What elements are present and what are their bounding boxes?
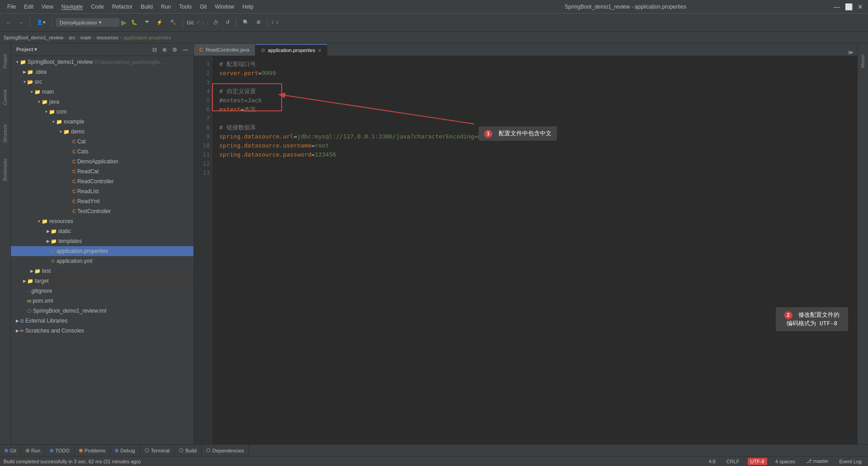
panel-tab-project[interactable]: Project <box>0 43 10 80</box>
close-button[interactable]: ✕ <box>856 3 864 11</box>
tree-item-target[interactable]: ▶ 📁 target <box>11 276 193 286</box>
git-revert-button[interactable]: ↺ <box>223 18 232 27</box>
breadcrumb-project[interactable]: SpringBoot_demo1_review <box>4 35 63 40</box>
run-config-selector[interactable]: DemoApplication ▾ <box>56 18 119 27</box>
bottom-tab-git[interactable]: Git <box>0 445 21 456</box>
menu-window[interactable]: Window <box>211 2 238 12</box>
panel-tab-structure[interactable]: Structure <box>0 116 10 152</box>
tree-item-iml[interactable]: ▶ ⬡ SpringBoot_demo1_review.iml <box>11 306 193 316</box>
bottom-tab-build[interactable]: ⬡ Build <box>175 445 201 456</box>
project-minimize-button[interactable]: — <box>181 46 190 54</box>
tree-label-java: java <box>49 99 59 105</box>
tree-item-example[interactable]: ▾ 📁 example <box>11 117 193 127</box>
project-locate-button[interactable]: ⊕ <box>160 46 169 54</box>
breadcrumb-file[interactable]: application.properties <box>124 35 171 40</box>
bottom-tab-todo[interactable]: TODO <box>45 445 75 456</box>
tree-item-main[interactable]: ▾ 📁 main <box>11 87 193 97</box>
tree-arrow-templates: ▶ <box>45 239 51 243</box>
tree-item-java[interactable]: ▾ 📁 java <box>11 97 193 107</box>
menu-navigate[interactable]: Navigate <box>58 2 86 12</box>
menu-file[interactable]: File <box>4 2 19 12</box>
annotation-badge-1: 1 <box>484 130 492 138</box>
tab-appprops-close[interactable]: ✕ <box>318 48 321 53</box>
status-git-branch[interactable]: ⎇ master <box>803 458 831 464</box>
tree-item-cat[interactable]: ▶ C Cat <box>11 137 193 147</box>
panel-tab-maven[interactable]: Maven <box>858 43 868 80</box>
menu-tools[interactable]: Tools <box>175 2 195 12</box>
tab-more-button[interactable]: ≫ <box>844 49 857 56</box>
bottom-tab-terminal[interactable]: ⬡ Terminal <box>140 445 175 456</box>
toolbar-user-button[interactable]: 👤▾ <box>34 18 48 27</box>
tree-item-appprops[interactable]: ▶ ⚙ application.properties <box>11 246 193 256</box>
breadcrumb-main[interactable]: main <box>80 35 91 40</box>
tree-item-appyml[interactable]: ▶ ⚙ application.yml <box>11 256 193 266</box>
menu-view[interactable]: View <box>38 2 57 12</box>
status-event-log[interactable]: Event Log <box>836 459 864 464</box>
minimize-button[interactable]: — <box>833 3 841 11</box>
menu-help[interactable]: Help <box>239 2 257 12</box>
maximize-button[interactable]: ⬜ <box>844 3 853 11</box>
breadcrumb-resources[interactable]: resources <box>97 35 118 40</box>
tree-item-com[interactable]: ▾ 📁 com <box>11 107 193 117</box>
tree-item-pomxml[interactable]: ▶ m pom.xml <box>11 296 193 306</box>
git-history-button[interactable]: ⏱ <box>211 18 221 27</box>
build-button[interactable]: 🔨 <box>167 18 179 27</box>
tab-appprops[interactable]: ⚙ application.properties ✕ <box>255 44 328 56</box>
git-pull-icon[interactable]: ↓ <box>207 20 209 25</box>
tree-item-readlist[interactable]: ▶ C ReadList <box>11 186 193 196</box>
tree-item-idea[interactable]: ▶ 📁 .idea <box>11 67 193 77</box>
settings-button[interactable]: ⚙ <box>254 18 264 27</box>
tree-item-gitignore[interactable]: ▶ · .gitignore <box>11 286 193 296</box>
bottom-tab-run[interactable]: Run <box>21 445 45 456</box>
tree-item-demo[interactable]: ▾ 📁 demo <box>11 127 193 137</box>
bottom-tab-dependencies[interactable]: ⬡ Dependencies <box>202 445 249 456</box>
tree-item-scratches[interactable]: ▶ ✏ Scratches and Consoles <box>11 326 193 336</box>
git-push-icon[interactable]: ↑ <box>202 20 205 25</box>
tree-item-cats[interactable]: ▶ C Cats <box>11 147 193 157</box>
tree-item-external-libraries[interactable]: ▶ ⊞ External Libraries <box>11 316 193 326</box>
status-line-endings[interactable]: CRLF <box>724 459 742 464</box>
tree-item-readcontroller[interactable]: ▶ C ReadController <box>11 176 193 186</box>
panel-tab-commit[interactable]: Commit <box>0 80 10 116</box>
tree-item-static[interactable]: ▶ 📁 static <box>11 226 193 236</box>
debug-button[interactable]: 🐛 <box>128 18 140 27</box>
bottom-tab-problems[interactable]: Problems <box>75 445 110 456</box>
status-encoding[interactable]: UTF-8 <box>748 458 767 465</box>
tree-item-templates[interactable]: ▶ 📁 templates <box>11 236 193 246</box>
java-folder-icon: 📁 <box>42 99 48 105</box>
panel-tab-bookmarks-label: Bookmarks <box>1 157 9 183</box>
status-indent[interactable]: 4 spaces <box>773 459 798 464</box>
menu-build[interactable]: Build <box>137 2 156 12</box>
tree-item-root[interactable]: ▾ 📁 SpringBoot_demo1_review D:\Java\code… <box>11 57 193 67</box>
coverage-button[interactable]: ☂ <box>142 18 152 27</box>
bottom-tab-problems-label: Problems <box>85 448 105 453</box>
menu-run[interactable]: Run <box>157 2 175 12</box>
panel-tab-bookmarks[interactable]: Bookmarks <box>0 152 10 188</box>
menu-git[interactable]: Git <box>196 2 210 12</box>
tab-readcontroller[interactable]: C ReadController.java <box>194 44 255 56</box>
breadcrumb-src[interactable]: src <box>69 35 75 40</box>
pomxml-icon: m <box>27 298 31 304</box>
toolbar-forward-button[interactable]: → <box>16 18 26 27</box>
toolbar-back-button[interactable]: ← <box>4 18 14 27</box>
readcontroller-java-icon: C <box>72 179 76 184</box>
menu-code[interactable]: Code <box>87 2 108 12</box>
menu-refactor[interactable]: Refactor <box>108 2 136 12</box>
tree-item-resources[interactable]: ▾ 📁 resources <box>11 216 193 226</box>
tab-readcontroller-icon: C <box>199 47 203 52</box>
tree-item-src[interactable]: ▾ 📂 src <box>11 77 193 87</box>
run-button[interactable]: ▶ <box>121 18 127 27</box>
tree-item-readyml[interactable]: ▶ C ReadYml <box>11 196 193 206</box>
menu-edit[interactable]: Edit <box>20 2 37 12</box>
status-position[interactable]: 4:8 <box>706 459 718 464</box>
tree-item-testcontroller[interactable]: ▶ C TestController <box>11 206 193 216</box>
tree-item-test[interactable]: ▶ 📁 test <box>11 266 193 276</box>
profile-button[interactable]: ⚡ <box>154 18 165 27</box>
tree-item-readcat[interactable]: ▶ C ReadCat <box>11 166 193 176</box>
bottom-tab-debug[interactable]: Debug <box>110 445 140 456</box>
tree-item-demoapplication[interactable]: ▶ C DemoApplication <box>11 157 193 166</box>
search-everywhere-button[interactable]: 🔍 <box>240 18 252 27</box>
code-area[interactable]: # 配置端口号 server.port=9999 # 自定义设置 #extest… <box>212 56 857 444</box>
project-collapse-all-button[interactable]: ⊟ <box>151 46 159 54</box>
project-settings-button[interactable]: ⚙ <box>170 46 179 54</box>
